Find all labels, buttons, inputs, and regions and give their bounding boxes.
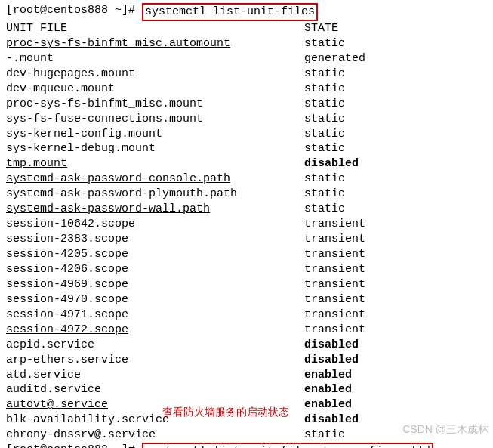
prompt-line-2: [root@centos888 ~]# systemctl list-unit-… xyxy=(0,443,493,448)
unit-cell: sys-kernel-debug.mount xyxy=(6,141,304,156)
unit-cell: proc-sys-fs-binfmt_misc.mount xyxy=(6,97,304,112)
command-text-2[interactable]: systemctl list-unit-files | grep firewal… xyxy=(145,445,430,448)
unit-cell: sys-fs-fuse-connections.mount xyxy=(6,112,304,127)
unit-cell: dev-hugepages.mount xyxy=(6,66,304,82)
state-cell: transient xyxy=(304,217,493,232)
command-highlight-2: systemctl list-unit-files | grep firewal… xyxy=(142,443,433,448)
table-row: proc-sys-fs-binfmt_misc.automountstatic xyxy=(0,36,493,51)
unit-cell: atd.service xyxy=(6,368,304,383)
state-cell: disabled xyxy=(304,156,493,171)
annotation-text: 查看防火墙服务的启动状态 xyxy=(162,406,289,419)
unit-cell: auditd.service xyxy=(6,382,304,397)
command-text-1[interactable]: systemctl list-unit-files xyxy=(145,5,315,18)
table-row: proc-sys-fs-binfmt_misc.mountstatic xyxy=(0,97,493,112)
table-row: session-10642.scopetransient xyxy=(0,217,493,232)
state-cell: transient xyxy=(304,307,493,323)
table-row: acpid.servicedisabled xyxy=(0,338,493,353)
header-unit: UNIT FILE xyxy=(6,21,304,36)
state-cell: static xyxy=(304,141,493,156)
table-row: sys-kernel-debug.mountstatic xyxy=(0,141,493,156)
state-cell: static xyxy=(304,112,493,127)
table-row: -.mountgenerated xyxy=(0,51,493,66)
state-cell: static xyxy=(304,66,493,82)
state-cell: static xyxy=(304,202,493,217)
shell-prompt: [root@centos888 ~]# xyxy=(6,3,142,21)
state-cell: disabled xyxy=(304,338,493,353)
state-cell: transient xyxy=(304,232,493,247)
watermark: CSDN @三木成林 xyxy=(402,423,488,437)
table-row: arp-ethers.servicedisabled xyxy=(0,353,493,368)
state-cell: static xyxy=(304,97,493,112)
unit-cell: sys-kernel-config.mount xyxy=(6,127,304,142)
table-row: session-4972.scopetransient xyxy=(0,323,493,338)
state-cell: enabled xyxy=(304,368,493,383)
unit-cell: chrony-dnssrv@.service xyxy=(6,428,304,443)
header-state: STATE xyxy=(304,21,493,36)
unit-cell: -.mount xyxy=(6,51,304,66)
unit-cell: proc-sys-fs-binfmt_misc.automount xyxy=(6,36,304,51)
table-row: session-4969.scopetransient xyxy=(0,277,493,292)
unit-cell: session-4969.scope xyxy=(6,277,304,292)
state-cell: transient xyxy=(304,262,493,277)
state-cell: disabled xyxy=(304,353,493,368)
table-row: session-4970.scopetransient xyxy=(0,292,493,307)
state-cell: static xyxy=(304,187,493,202)
state-cell: transient xyxy=(304,277,493,292)
unit-cell: acpid.service xyxy=(6,338,304,353)
unit-cell: systemd-ask-password-console.path xyxy=(6,171,304,187)
unit-cell: systemd-ask-password-wall.path xyxy=(6,202,304,217)
table-row: tmp.mountdisabled xyxy=(0,156,493,171)
unit-cell: arp-ethers.service xyxy=(6,353,304,368)
unit-cell: session-4205.scope xyxy=(6,247,304,262)
shell-prompt-2: [root@centos888 ~]# xyxy=(6,443,142,448)
state-cell: static xyxy=(304,82,493,97)
table-row: dev-hugepages.mountstatic xyxy=(0,66,493,82)
unit-cell: systemd-ask-password-plymouth.path xyxy=(6,187,304,202)
table-row: session-2383.scopetransient xyxy=(0,232,493,247)
unit-cell: session-4970.scope xyxy=(6,292,304,307)
unit-cell: dev-mqueue.mount xyxy=(6,82,304,97)
table-row: sys-kernel-config.mountstatic xyxy=(0,127,493,142)
state-cell: enabled xyxy=(304,397,493,412)
table-header: UNIT FILESTATE xyxy=(0,21,493,36)
table-row: systemd-ask-password-plymouth.pathstatic xyxy=(0,187,493,202)
unit-cell: session-10642.scope xyxy=(6,217,304,232)
unit-cell: session-2383.scope xyxy=(6,232,304,247)
state-cell: generated xyxy=(304,51,493,66)
table-row: dev-mqueue.mountstatic xyxy=(0,82,493,97)
table-row: atd.serviceenabled xyxy=(0,368,493,383)
unit-cell: tmp.mount xyxy=(6,156,304,171)
unit-cell: session-4971.scope xyxy=(6,307,304,323)
state-cell: enabled xyxy=(304,382,493,397)
state-cell: transient xyxy=(304,323,493,338)
state-cell: static xyxy=(304,127,493,142)
command-highlight-1: systemctl list-unit-files xyxy=(142,3,318,21)
table-row: auditd.serviceenabled xyxy=(0,382,493,397)
unit-files-list: proc-sys-fs-binfmt_misc.automountstatic-… xyxy=(0,36,493,443)
unit-cell: session-4972.scope xyxy=(6,323,304,338)
table-row: session-4971.scopetransient xyxy=(0,307,493,323)
table-row: session-4205.scopetransient xyxy=(0,247,493,262)
prompt-line-1: [root@centos888 ~]# systemctl list-unit-… xyxy=(0,3,493,21)
state-cell: static xyxy=(304,171,493,187)
table-row: systemd-ask-password-wall.pathstatic xyxy=(0,202,493,217)
state-cell: transient xyxy=(304,247,493,262)
state-cell: static xyxy=(304,36,493,51)
table-row: sys-fs-fuse-connections.mountstatic xyxy=(0,112,493,127)
table-row: session-4206.scopetransient xyxy=(0,262,493,277)
unit-cell: session-4206.scope xyxy=(6,262,304,277)
state-cell: transient xyxy=(304,292,493,307)
table-row: systemd-ask-password-console.pathstatic xyxy=(0,171,493,187)
